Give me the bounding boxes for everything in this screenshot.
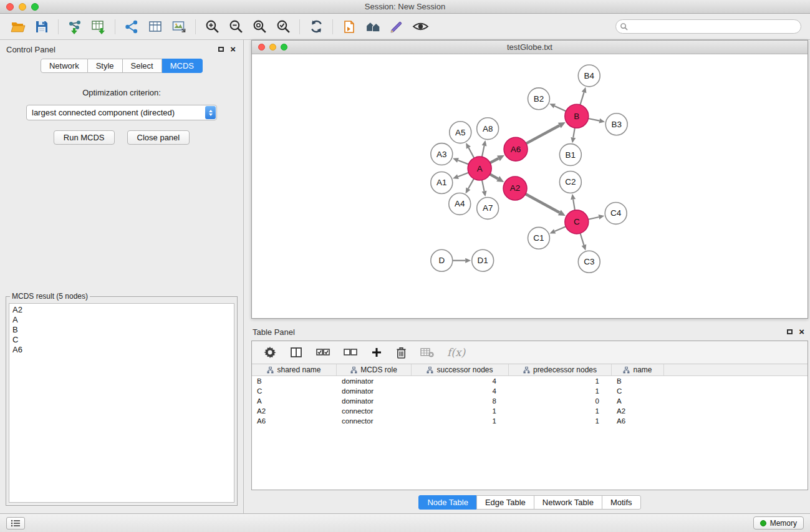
table-row[interactable]: Adominator80A	[252, 396, 808, 406]
tab-mcds[interactable]: MCDS	[162, 59, 203, 73]
zoom-fit-button[interactable]	[248, 17, 271, 37]
export-image-button[interactable]	[167, 17, 191, 37]
edge-A-A3[interactable]	[458, 160, 468, 164]
minimize-network-window-icon[interactable]	[269, 44, 276, 51]
show-home-panel-button[interactable]	[361, 17, 385, 37]
network-graph[interactable]: AA2A6BCA1A3A4A5A7A8B1B2B3B4C1C2C3C4DD1	[252, 54, 808, 318]
minimize-window-icon[interactable]	[19, 3, 26, 11]
tab-node-table[interactable]: Node Table	[418, 495, 477, 510]
toggle-visibility-button[interactable]	[408, 17, 432, 37]
plus-icon	[370, 346, 383, 359]
column-header-successor-nodes[interactable]: successor nodes	[412, 364, 509, 375]
table-header-row: shared nameMCDS rolesuccessor nodesprede…	[252, 364, 808, 376]
main-toolbar	[0, 14, 810, 40]
close-panel-icon[interactable]: ×	[230, 46, 236, 52]
edge-A-A2[interactable]	[490, 174, 498, 178]
search-input[interactable]	[615, 19, 801, 34]
float-panel-icon[interactable]	[218, 47, 224, 52]
column-header-shared-name[interactable]: shared name	[252, 364, 337, 375]
column-header-name[interactable]: name	[612, 364, 664, 375]
edge-A-A6[interactable]	[490, 158, 498, 163]
toolbar-separator	[299, 19, 300, 34]
zoom-selected-icon	[276, 19, 291, 34]
apply-layout-button[interactable]	[304, 17, 328, 37]
combo-stepper-icon	[205, 106, 216, 119]
save-session-button[interactable]	[30, 17, 54, 37]
edge-B-B3[interactable]	[588, 118, 599, 121]
edge-A-A7[interactable]	[482, 180, 485, 191]
float-table-panel-icon[interactable]	[787, 329, 793, 334]
show-columns-button[interactable]	[289, 346, 303, 359]
edge-C-C3[interactable]	[580, 233, 584, 245]
toolbar-separator	[195, 19, 196, 34]
mcds-result-item: B	[12, 325, 231, 335]
close-window-icon[interactable]	[6, 3, 14, 11]
table-body: Bdominator41BCdominator41CAdominator80AA…	[252, 376, 808, 426]
table-settings-button[interactable]	[263, 346, 277, 359]
new-table-button[interactable]	[143, 17, 167, 37]
import-network-button[interactable]	[63, 17, 87, 37]
open-session-button[interactable]	[6, 17, 30, 37]
tab-edge-table[interactable]: Edge Table	[476, 495, 534, 510]
function-builder-button[interactable]: f(x)	[447, 346, 465, 359]
edge-A-A8[interactable]	[482, 146, 485, 157]
import-table-button[interactable]	[87, 17, 110, 37]
table-row[interactable]: A6connector11A6	[252, 416, 808, 426]
edge-C-C1[interactable]	[555, 226, 566, 231]
table-row[interactable]: A2connector11A2	[252, 406, 808, 416]
edge-arrowhead-icon	[482, 191, 487, 197]
zoom-in-button[interactable]	[200, 17, 224, 37]
edge-A2-C[interactable]	[526, 194, 560, 213]
mcds-result-list[interactable]: A2ABCA6	[9, 303, 234, 503]
close-network-window-icon[interactable]	[258, 44, 265, 51]
network-share-icon	[124, 19, 139, 34]
edge-B-B2[interactable]	[554, 106, 566, 111]
mcds-result-item: A6	[12, 345, 231, 355]
close-panel-button[interactable]: Close panel	[127, 130, 190, 145]
edge-A-A5[interactable]	[468, 148, 474, 158]
edge-C-C2[interactable]	[573, 200, 575, 211]
control-panel-header: Control Panel ×	[0, 40, 243, 56]
edge-C-C4[interactable]	[588, 217, 599, 220]
optimization-criterion-select[interactable]: largest connected component (directed)	[26, 105, 217, 120]
memory-button[interactable]: Memory	[753, 516, 804, 530]
clone-network-button[interactable]	[337, 17, 361, 37]
table-cell: 8	[412, 397, 509, 405]
close-table-panel-icon[interactable]: ×	[799, 329, 804, 335]
edge-B-B4[interactable]	[580, 92, 584, 105]
tab-select[interactable]: Select	[123, 59, 162, 73]
delete-button[interactable]	[395, 346, 407, 359]
edge-A-A1[interactable]	[458, 173, 468, 177]
edge-A6-B[interactable]	[526, 125, 559, 143]
new-network-button[interactable]	[120, 17, 143, 37]
tab-motifs[interactable]: Motifs	[602, 495, 641, 510]
tab-network-table[interactable]: Network Table	[534, 495, 602, 510]
run-mcds-button[interactable]: Run MCDS	[54, 130, 115, 145]
edit-style-button[interactable]	[385, 17, 408, 37]
node-label: B3	[611, 120, 621, 129]
column-header-mcds-role[interactable]: MCDS role	[337, 364, 412, 375]
network-canvas[interactable]: AA2A6BCA1A3A4A5A7A8B1B2B3B4C1C2C3C4DD1	[252, 54, 808, 318]
column-header-predecessor-nodes[interactable]: predecessor nodes	[509, 364, 612, 375]
zoom-window-icon[interactable]	[31, 3, 39, 11]
zoom-out-button[interactable]	[224, 17, 248, 37]
show-panels-button[interactable]	[6, 517, 25, 530]
zoom-in-icon	[205, 19, 220, 34]
table-cell: A2	[252, 407, 337, 415]
zoom-network-window-icon[interactable]	[281, 44, 287, 51]
edge-A-A4[interactable]	[468, 179, 474, 189]
table-row[interactable]: Cdominator41C	[252, 386, 808, 396]
zoom-selected-button[interactable]	[271, 17, 295, 37]
table-row[interactable]: Bdominator41B	[252, 376, 808, 386]
tab-style[interactable]: Style	[88, 59, 123, 73]
deselect-all-button[interactable]	[343, 346, 358, 359]
table-cell: 1	[412, 407, 509, 415]
tab-network[interactable]: Network	[41, 59, 88, 73]
add-row-button[interactable]	[370, 346, 383, 359]
node-label: A7	[483, 203, 493, 213]
select-all-button[interactable]	[316, 346, 330, 359]
eye-icon	[412, 21, 429, 32]
network-window-titlebar[interactable]: testGlobe.txt	[252, 41, 808, 54]
delete-table-button[interactable]	[420, 347, 435, 358]
edge-B-B1[interactable]	[573, 128, 575, 138]
